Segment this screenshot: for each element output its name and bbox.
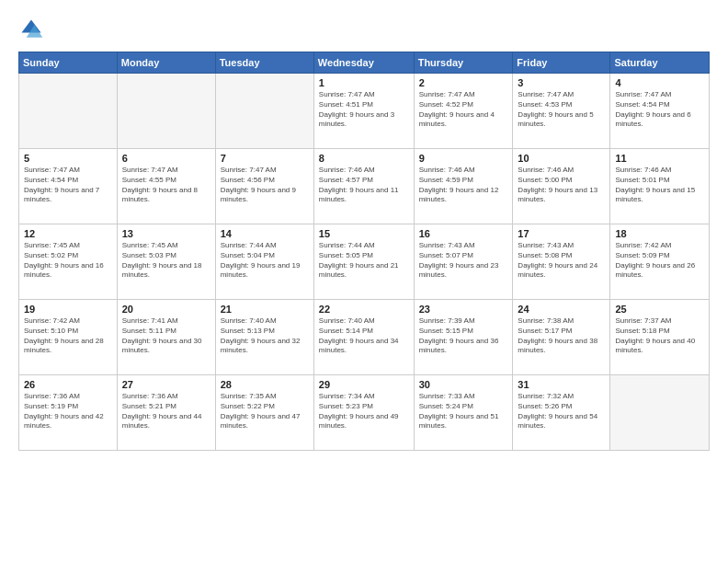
day-number: 1 xyxy=(319,77,409,88)
day-number: 22 xyxy=(319,304,409,315)
day-number: 16 xyxy=(419,228,508,239)
day-info: Sunrise: 7:40 AM Sunset: 5:14 PM Dayligh… xyxy=(319,316,409,356)
calendar-cell: 26Sunrise: 7:36 AM Sunset: 5:19 PM Dayli… xyxy=(19,375,118,451)
day-info: Sunrise: 7:46 AM Sunset: 5:00 PM Dayligh… xyxy=(518,166,605,205)
page: SundayMondayTuesdayWednesdayThursdayFrid… xyxy=(0,0,728,563)
calendar-cell xyxy=(610,375,710,451)
calendar-cell: 27Sunrise: 7:36 AM Sunset: 5:21 PM Dayli… xyxy=(117,375,215,451)
calendar-week: 12Sunrise: 7:45 AM Sunset: 5:02 PM Dayli… xyxy=(19,224,710,300)
day-info: Sunrise: 7:42 AM Sunset: 5:09 PM Dayligh… xyxy=(615,241,704,281)
day-info: Sunrise: 7:37 AM Sunset: 5:18 PM Dayligh… xyxy=(615,316,704,356)
calendar-cell: 22Sunrise: 7:40 AM Sunset: 5:14 PM Dayli… xyxy=(313,300,414,375)
calendar-cell: 7Sunrise: 7:47 AM Sunset: 4:56 PM Daylig… xyxy=(215,149,313,224)
calendar-cell: 31Sunrise: 7:32 AM Sunset: 5:26 PM Dayli… xyxy=(513,375,610,451)
day-number: 21 xyxy=(221,304,309,315)
day-number: 15 xyxy=(319,228,409,239)
calendar-cell: 28Sunrise: 7:35 AM Sunset: 5:22 PM Dayli… xyxy=(215,375,313,451)
day-number: 6 xyxy=(122,153,210,164)
weekday-header: Friday xyxy=(513,52,610,74)
calendar-cell: 21Sunrise: 7:40 AM Sunset: 5:13 PM Dayli… xyxy=(215,300,313,375)
day-number: 27 xyxy=(122,379,210,390)
day-number: 4 xyxy=(615,77,704,88)
weekday-header: Tuesday xyxy=(215,52,313,74)
day-info: Sunrise: 7:45 AM Sunset: 5:02 PM Dayligh… xyxy=(24,241,112,281)
calendar-cell: 13Sunrise: 7:45 AM Sunset: 5:03 PM Dayli… xyxy=(117,224,215,300)
calendar-cell: 20Sunrise: 7:41 AM Sunset: 5:11 PM Dayli… xyxy=(117,300,215,375)
day-number: 14 xyxy=(221,228,309,239)
calendar-cell: 19Sunrise: 7:42 AM Sunset: 5:10 PM Dayli… xyxy=(19,300,118,375)
day-number: 20 xyxy=(122,304,210,315)
day-number: 25 xyxy=(615,304,704,315)
calendar-week: 5Sunrise: 7:47 AM Sunset: 4:54 PM Daylig… xyxy=(19,149,710,224)
calendar: SundayMondayTuesdayWednesdayThursdayFrid… xyxy=(18,52,710,451)
day-number: 28 xyxy=(221,379,309,390)
day-number: 31 xyxy=(518,379,605,390)
weekday-header: Sunday xyxy=(19,52,118,74)
day-number: 8 xyxy=(319,153,409,164)
weekday-header: Thursday xyxy=(414,52,513,74)
day-number: 9 xyxy=(419,153,508,164)
header xyxy=(18,17,710,42)
day-info: Sunrise: 7:39 AM Sunset: 5:15 PM Dayligh… xyxy=(419,316,508,356)
calendar-cell: 18Sunrise: 7:42 AM Sunset: 5:09 PM Dayli… xyxy=(610,224,710,300)
day-number: 23 xyxy=(419,304,508,315)
day-info: Sunrise: 7:36 AM Sunset: 5:19 PM Dayligh… xyxy=(24,392,112,431)
day-info: Sunrise: 7:47 AM Sunset: 4:53 PM Dayligh… xyxy=(518,90,605,130)
day-info: Sunrise: 7:42 AM Sunset: 5:10 PM Dayligh… xyxy=(24,316,112,356)
day-number: 24 xyxy=(518,304,605,315)
day-info: Sunrise: 7:47 AM Sunset: 4:54 PM Dayligh… xyxy=(24,166,112,205)
calendar-week: 26Sunrise: 7:36 AM Sunset: 5:19 PM Dayli… xyxy=(19,375,710,451)
calendar-cell: 30Sunrise: 7:33 AM Sunset: 5:24 PM Dayli… xyxy=(414,375,513,451)
day-info: Sunrise: 7:32 AM Sunset: 5:26 PM Dayligh… xyxy=(518,392,605,431)
calendar-cell: 14Sunrise: 7:44 AM Sunset: 5:04 PM Dayli… xyxy=(215,224,313,300)
day-info: Sunrise: 7:47 AM Sunset: 4:52 PM Dayligh… xyxy=(419,90,508,130)
day-info: Sunrise: 7:46 AM Sunset: 4:57 PM Dayligh… xyxy=(319,166,409,205)
day-info: Sunrise: 7:40 AM Sunset: 5:13 PM Dayligh… xyxy=(221,316,309,356)
calendar-cell: 12Sunrise: 7:45 AM Sunset: 5:02 PM Dayli… xyxy=(19,224,118,300)
day-number: 17 xyxy=(518,228,605,239)
day-info: Sunrise: 7:45 AM Sunset: 5:03 PM Dayligh… xyxy=(122,241,210,281)
day-info: Sunrise: 7:35 AM Sunset: 5:22 PM Dayligh… xyxy=(221,392,309,431)
calendar-cell: 8Sunrise: 7:46 AM Sunset: 4:57 PM Daylig… xyxy=(313,149,414,224)
calendar-cell: 11Sunrise: 7:46 AM Sunset: 5:01 PM Dayli… xyxy=(610,149,710,224)
calendar-cell: 23Sunrise: 7:39 AM Sunset: 5:15 PM Dayli… xyxy=(414,300,513,375)
calendar-cell: 15Sunrise: 7:44 AM Sunset: 5:05 PM Dayli… xyxy=(313,224,414,300)
day-info: Sunrise: 7:46 AM Sunset: 5:01 PM Dayligh… xyxy=(615,166,704,205)
calendar-cell: 6Sunrise: 7:47 AM Sunset: 4:55 PM Daylig… xyxy=(117,149,215,224)
day-number: 26 xyxy=(24,379,112,390)
day-info: Sunrise: 7:47 AM Sunset: 4:55 PM Dayligh… xyxy=(122,166,210,205)
day-number: 7 xyxy=(221,153,309,164)
calendar-cell: 5Sunrise: 7:47 AM Sunset: 4:54 PM Daylig… xyxy=(19,149,118,224)
calendar-cell: 16Sunrise: 7:43 AM Sunset: 5:07 PM Dayli… xyxy=(414,224,513,300)
day-info: Sunrise: 7:36 AM Sunset: 5:21 PM Dayligh… xyxy=(122,392,210,431)
day-number: 2 xyxy=(419,77,508,88)
calendar-cell: 3Sunrise: 7:47 AM Sunset: 4:53 PM Daylig… xyxy=(513,74,610,149)
calendar-cell: 29Sunrise: 7:34 AM Sunset: 5:23 PM Dayli… xyxy=(313,375,414,451)
calendar-cell: 17Sunrise: 7:43 AM Sunset: 5:08 PM Dayli… xyxy=(513,224,610,300)
day-number: 11 xyxy=(615,153,704,164)
calendar-cell xyxy=(215,74,313,149)
calendar-header: SundayMondayTuesdayWednesdayThursdayFrid… xyxy=(19,52,710,74)
calendar-week: 19Sunrise: 7:42 AM Sunset: 5:10 PM Dayli… xyxy=(19,300,710,375)
calendar-cell xyxy=(117,74,215,149)
calendar-cell: 10Sunrise: 7:46 AM Sunset: 5:00 PM Dayli… xyxy=(513,149,610,224)
day-number: 10 xyxy=(518,153,605,164)
day-info: Sunrise: 7:38 AM Sunset: 5:17 PM Dayligh… xyxy=(518,316,605,356)
calendar-cell: 9Sunrise: 7:46 AM Sunset: 4:59 PM Daylig… xyxy=(414,149,513,224)
day-info: Sunrise: 7:47 AM Sunset: 4:54 PM Dayligh… xyxy=(615,90,704,130)
day-info: Sunrise: 7:43 AM Sunset: 5:08 PM Dayligh… xyxy=(518,241,605,281)
day-number: 3 xyxy=(518,77,605,88)
calendar-week: 1Sunrise: 7:47 AM Sunset: 4:51 PM Daylig… xyxy=(19,74,710,149)
day-number: 30 xyxy=(419,379,508,390)
logo xyxy=(18,17,48,42)
day-info: Sunrise: 7:33 AM Sunset: 5:24 PM Dayligh… xyxy=(419,392,508,431)
weekday-header: Monday xyxy=(117,52,215,74)
calendar-cell: 4Sunrise: 7:47 AM Sunset: 4:54 PM Daylig… xyxy=(610,74,710,149)
logo-icon xyxy=(18,17,44,42)
calendar-cell: 25Sunrise: 7:37 AM Sunset: 5:18 PM Dayli… xyxy=(610,300,710,375)
day-info: Sunrise: 7:44 AM Sunset: 5:04 PM Dayligh… xyxy=(221,241,309,281)
day-info: Sunrise: 7:34 AM Sunset: 5:23 PM Dayligh… xyxy=(319,392,409,431)
weekday-header: Saturday xyxy=(610,52,710,74)
day-number: 29 xyxy=(319,379,409,390)
day-info: Sunrise: 7:41 AM Sunset: 5:11 PM Dayligh… xyxy=(122,316,210,356)
